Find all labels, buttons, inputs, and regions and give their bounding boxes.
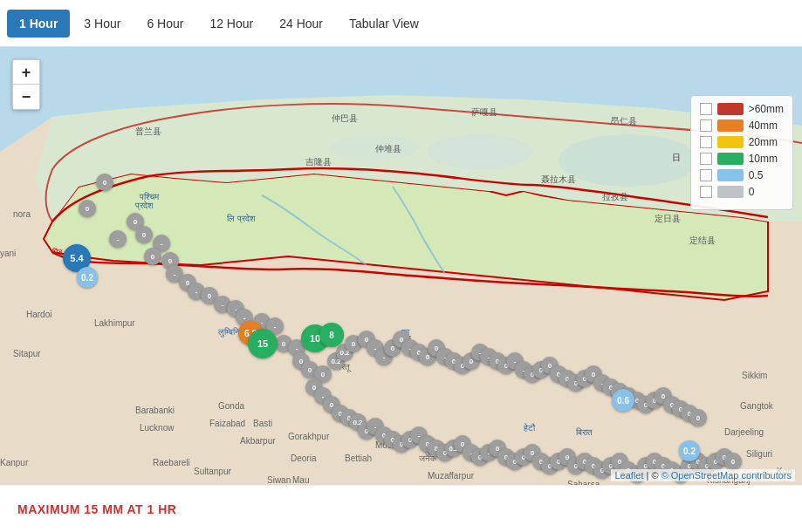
svg-text:Gorakhpur: Gorakhpur xyxy=(288,432,330,441)
station-marker-large[interactable]: 0.2 xyxy=(77,267,98,288)
legend: >60mm40mm20mm10mm0.50 xyxy=(690,95,793,210)
legend-item: 0.5 xyxy=(700,169,784,181)
svg-text:Siliguri: Siliguri xyxy=(746,449,772,459)
station-marker-large[interactable]: 0.2 xyxy=(679,440,700,461)
tab-3hr[interactable]: 3 Hour xyxy=(72,10,133,38)
svg-text:Siwan: Siwan xyxy=(267,475,291,485)
svg-text:Faizabad: Faizabad xyxy=(209,419,245,428)
svg-text:昂仁县: 昂仁县 xyxy=(611,116,637,126)
footer: MAXIMUM 15 MM AT 1 HR xyxy=(0,485,802,532)
svg-text:Mau: Mau xyxy=(292,475,309,485)
zoom-in-button[interactable]: + xyxy=(13,60,39,85)
svg-text:定结县: 定结县 xyxy=(689,235,716,245)
station-marker-small[interactable]: 0 xyxy=(144,248,161,265)
zoom-out-button[interactable]: − xyxy=(13,85,39,109)
max-rainfall-info: MAXIMUM 15 MM AT 1 HR xyxy=(17,502,176,516)
svg-text:Lakhimpur: Lakhimpur xyxy=(94,318,135,328)
tab-6hr[interactable]: 6 Hour xyxy=(134,10,195,38)
legend-color-swatch xyxy=(717,119,744,132)
station-marker-large[interactable]: 8 xyxy=(319,323,344,347)
svg-text:हेटौ: हेटौ xyxy=(523,423,536,433)
legend-checkbox[interactable] xyxy=(700,153,712,165)
svg-text:定日县: 定日县 xyxy=(655,214,681,223)
station-marker-large[interactable]: 15 xyxy=(248,329,278,358)
map-attribution: Leaflet | © © OpenStreetMap contributors xyxy=(611,469,795,481)
station-marker-small[interactable]: 0 xyxy=(724,453,742,470)
legend-label: 10mm xyxy=(749,153,778,165)
osm-link[interactable]: © OpenStreetMap contributors xyxy=(661,470,792,481)
tab-24hr[interactable]: 24 Hour xyxy=(267,10,335,38)
legend-item: 40mm xyxy=(700,119,784,132)
svg-text:प्रदेश: प्रदेश xyxy=(134,201,154,211)
tab-1hr[interactable]: 1 Hour xyxy=(7,10,70,38)
svg-text:仲巴县: 仲巴县 xyxy=(332,113,358,123)
station-marker-small[interactable]: - xyxy=(109,230,127,248)
legend-label: >60mm xyxy=(749,103,784,115)
svg-text:日: 日 xyxy=(672,153,681,162)
svg-text:Hardoi: Hardoi xyxy=(26,310,51,319)
svg-text:Saharsa: Saharsa xyxy=(567,480,600,485)
svg-text:Sultanpur: Sultanpur xyxy=(194,467,231,476)
station-marker-small[interactable]: 0 xyxy=(79,200,96,217)
svg-text:Gangtok: Gangtok xyxy=(740,401,774,411)
svg-text:Akbarpur: Akbarpur xyxy=(240,436,276,446)
legend-color-swatch xyxy=(717,169,744,181)
svg-text:Lucknow: Lucknow xyxy=(140,423,175,433)
station-marker-small[interactable]: 0 xyxy=(96,174,113,191)
tab-tabular[interactable]: Tabular View xyxy=(337,10,431,38)
svg-text:लि प्रदेश: लि प्रदेश xyxy=(226,214,256,224)
svg-text:Chhpra: Chhpra xyxy=(362,484,391,485)
svg-text:Darjeeling: Darjeeling xyxy=(724,427,764,437)
svg-text:Bihar: Bihar xyxy=(602,484,623,485)
legend-item: 10mm xyxy=(700,153,784,165)
svg-point-5 xyxy=(428,134,532,169)
legend-color-swatch xyxy=(717,103,744,115)
legend-label: 0 xyxy=(749,186,755,198)
legend-label: 0.5 xyxy=(749,169,764,181)
map-container: 普兰县 仲巴县 萨嘎县 昂仁县 谢通门 仲堆县 吉隆县 聂拉木县 拉孜县 定日县… xyxy=(0,47,802,485)
tab-12hr[interactable]: 12 Hour xyxy=(197,10,265,38)
svg-text:पिंड: पिंड xyxy=(51,248,63,256)
svg-text:Deoria: Deoria xyxy=(291,454,317,463)
station-marker-small[interactable]: 0 xyxy=(689,409,707,426)
station-marker-small[interactable]: 0 xyxy=(135,226,153,243)
svg-text:Kanpur: Kanpur xyxy=(0,458,29,467)
svg-text:yani: yani xyxy=(0,249,16,258)
svg-text:Barabanki: Barabanki xyxy=(135,406,175,415)
svg-text:吉隆县: 吉隆县 xyxy=(305,157,332,167)
svg-text:仲堆县: 仲堆县 xyxy=(375,144,401,153)
svg-text:बिरात: बिरात xyxy=(575,427,593,437)
svg-text:Darbhanga: Darbhanga xyxy=(515,484,559,485)
svg-text:Basti: Basti xyxy=(253,419,272,428)
legend-checkbox[interactable] xyxy=(700,119,712,132)
zoom-controls: + − xyxy=(12,59,40,110)
legend-label: 20mm xyxy=(749,136,778,148)
svg-text:ठाकुर: ठाकुर xyxy=(662,484,680,485)
legend-checkbox[interactable] xyxy=(700,169,712,181)
legend-checkbox[interactable] xyxy=(700,136,712,148)
legend-color-swatch xyxy=(717,136,744,148)
svg-text:nora: nora xyxy=(13,209,31,219)
legend-item: >60mm xyxy=(700,103,784,115)
svg-text:普兰县: 普兰县 xyxy=(135,126,161,136)
leaflet-link[interactable]: Leaflet xyxy=(614,470,643,481)
legend-color-swatch xyxy=(717,186,744,198)
svg-text:Muzaffarpur: Muzaffarpur xyxy=(428,471,475,481)
svg-text:Gonda: Gonda xyxy=(218,401,244,411)
legend-item: 20mm xyxy=(700,136,784,148)
svg-text:Raebareli: Raebareli xyxy=(153,458,190,467)
svg-text:Sitapur: Sitapur xyxy=(13,349,41,358)
legend-checkbox[interactable] xyxy=(700,103,712,115)
svg-text:Sikkim: Sikkim xyxy=(742,371,767,380)
legend-item: 0 xyxy=(700,186,784,198)
station-marker-large[interactable]: 0.6 xyxy=(612,389,634,412)
legend-label: 40mm xyxy=(749,119,778,132)
svg-text:萨嘎县: 萨嘎县 xyxy=(471,107,497,117)
legend-checkbox[interactable] xyxy=(700,186,712,198)
legend-color-swatch xyxy=(717,153,744,165)
svg-text:拉孜县: 拉孜县 xyxy=(602,192,628,201)
svg-text:聂拉木县: 聂拉木县 xyxy=(541,174,576,184)
tab-bar: 1 Hour3 Hour6 Hour12 Hour24 HourTabular … xyxy=(0,0,802,47)
map-svg: 普兰县 仲巴县 萨嘎县 昂仁县 谢通门 仲堆县 吉隆县 聂拉木县 拉孜县 定日县… xyxy=(0,47,802,485)
svg-text:Bettiah: Bettiah xyxy=(345,454,372,463)
